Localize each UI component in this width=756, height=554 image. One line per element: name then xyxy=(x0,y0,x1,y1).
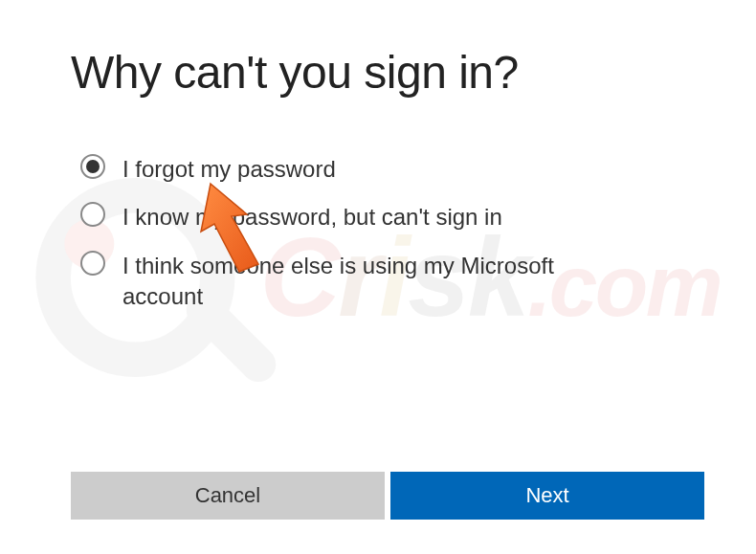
option-label: I think someone else is using my Microso… xyxy=(122,251,639,313)
radio-someone-else[interactable] xyxy=(80,251,105,276)
radio-forgot-password[interactable] xyxy=(80,154,105,179)
dialog-container: Why can't you sign in? I forgot my passw… xyxy=(0,0,756,313)
radio-know-password[interactable] xyxy=(80,202,105,227)
option-know-password[interactable]: I know my password, but can't sign in xyxy=(80,202,685,233)
options-group: I forgot my password I know my password,… xyxy=(80,154,685,313)
option-label: I forgot my password xyxy=(122,154,336,185)
next-button[interactable]: Next xyxy=(390,472,704,520)
option-someone-else[interactable]: I think someone else is using my Microso… xyxy=(80,251,685,313)
button-row: Cancel Next xyxy=(71,472,704,520)
option-label: I know my password, but can't sign in xyxy=(122,202,502,233)
page-title: Why can't you sign in? xyxy=(71,46,685,99)
cancel-button[interactable]: Cancel xyxy=(71,472,385,520)
option-forgot-password[interactable]: I forgot my password xyxy=(80,154,685,185)
